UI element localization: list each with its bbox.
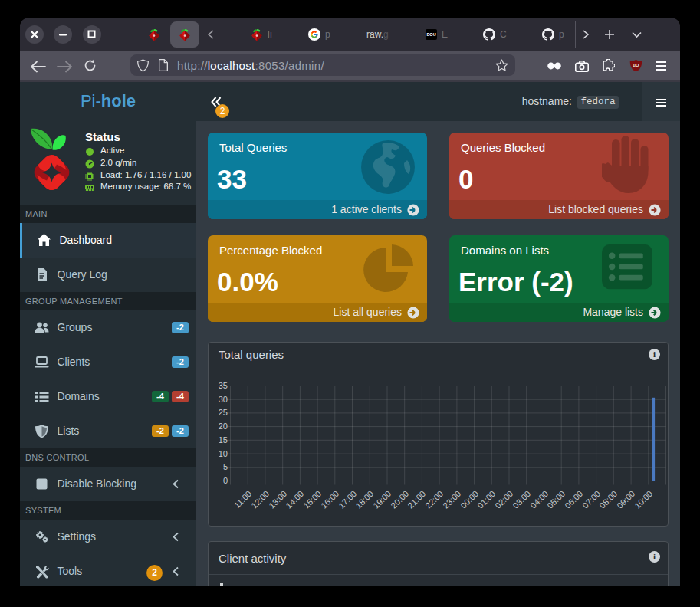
svg-text:uO: uO [633, 63, 639, 67]
